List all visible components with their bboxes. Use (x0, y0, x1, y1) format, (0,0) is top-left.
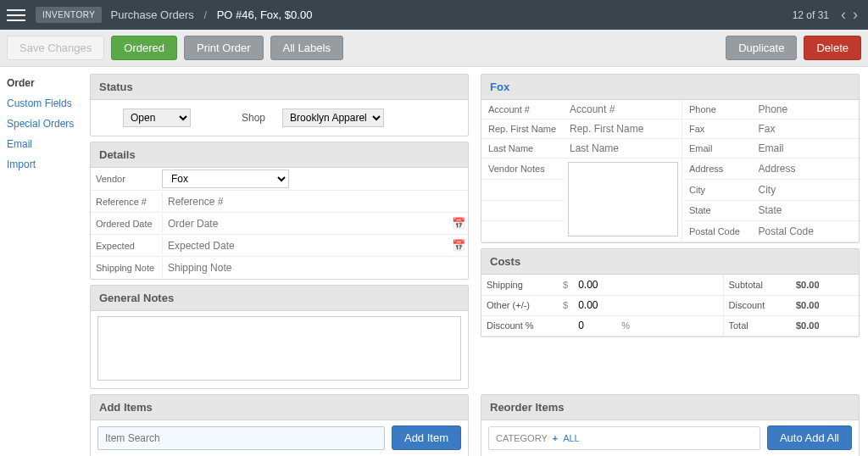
discountpct-input[interactable] (578, 320, 612, 331)
city-input[interactable] (754, 181, 860, 199)
discountpct-label: Discount % (481, 315, 558, 336)
status-heading: Status (91, 75, 468, 100)
ordered-date-label: Ordered Date (91, 215, 162, 232)
subtotal-value: $0.00 (791, 275, 859, 295)
shop-select[interactable]: Brooklyn Apparel (282, 108, 384, 127)
details-panel: Details Vendor Fox Reference # (90, 142, 469, 280)
postal-input[interactable] (754, 222, 860, 241)
lastname-input[interactable] (565, 139, 682, 158)
costs-heading: Costs (481, 249, 859, 275)
account-input[interactable] (565, 100, 682, 119)
pager-next-icon[interactable]: › (849, 6, 861, 24)
pager-text: 12 of 31 (793, 9, 829, 21)
general-notes-heading: General Notes (91, 286, 468, 311)
all-labels-button[interactable]: All Labels (270, 36, 343, 60)
shipping-note-input[interactable] (162, 259, 468, 277)
item-search-input[interactable] (97, 426, 385, 450)
vemail-label: Email (682, 139, 754, 158)
address-input[interactable] (754, 159, 860, 178)
phone-label: Phone (682, 100, 754, 120)
percent-symbol: % (621, 320, 630, 331)
status-select[interactable]: Open (123, 108, 191, 127)
plus-icon: + (553, 433, 558, 443)
vendor-select[interactable]: Fox (162, 170, 289, 188)
category-label: CATEGORY (496, 433, 548, 443)
postal-label: Postal Code (682, 221, 754, 242)
vendor-heading-link[interactable]: Fox (481, 75, 859, 100)
menu-icon[interactable] (7, 6, 25, 25)
vendor-panel: Fox Account # Phone Rep. First Name (481, 74, 860, 243)
print-order-button[interactable]: Print Order (184, 36, 264, 60)
nav-email[interactable]: Email (7, 138, 75, 150)
breadcrumb: Purchase Orders / PO #46, Fox, $0.00 (110, 8, 312, 21)
nav-special-orders[interactable]: Special Orders (7, 118, 75, 130)
vemail-input[interactable] (754, 139, 860, 158)
phone-input[interactable] (754, 100, 860, 119)
currency-symbol: $ (558, 275, 573, 295)
vendor-notes-textarea[interactable] (568, 162, 678, 236)
inventory-badge[interactable]: INVENTORY (36, 7, 102, 23)
reference-input[interactable] (162, 192, 468, 211)
reorder-items-heading: Reorder Items (481, 395, 859, 420)
reorder-items-panel: Reorder Items CATEGORY + ALL Auto Add Al… (481, 394, 860, 456)
account-label: Account # (481, 100, 565, 120)
total-label: Total (723, 315, 791, 336)
add-items-panel: Add Items Add Item Search All Catalogs (90, 394, 469, 456)
discount-value: $0.00 (791, 295, 859, 315)
delete-button[interactable]: Delete (804, 36, 861, 60)
fax-label: Fax (682, 120, 754, 139)
discount-label: Discount (723, 295, 791, 315)
vendornotes-label: Vendor Notes (481, 158, 565, 180)
address-label: Address (682, 158, 754, 180)
state-input[interactable] (754, 201, 860, 220)
repfirst-input[interactable] (565, 120, 682, 138)
costs-panel: Costs Shipping $ Subtotal $0.00 Ot (481, 248, 860, 337)
vendor-label: Vendor (91, 170, 162, 187)
other-input[interactable] (578, 299, 646, 311)
ordered-button[interactable]: Ordered (111, 36, 177, 60)
breadcrumb-sep: / (203, 8, 207, 21)
general-notes-panel: General Notes (90, 285, 469, 389)
ordered-date-input[interactable] (162, 214, 449, 233)
subtotal-label: Subtotal (723, 275, 791, 295)
city-label: City (682, 179, 754, 200)
category-filter[interactable]: CATEGORY + ALL (488, 426, 760, 450)
breadcrumb-current: PO #46, Fox, $0.00 (217, 8, 313, 21)
order-tab-heading: Order (7, 77, 75, 89)
save-button: Save Changes (7, 36, 104, 60)
calendar-icon[interactable]: 📅 (449, 239, 468, 252)
details-heading: Details (91, 142, 468, 168)
expected-date-input[interactable] (162, 236, 449, 255)
auto-add-all-button[interactable]: Auto Add All (767, 425, 852, 450)
expected-label: Expected (91, 237, 162, 254)
repfirst-label: Rep. First Name (481, 120, 565, 139)
status-panel: Status Open Shop Brooklyn Apparel (90, 74, 469, 136)
add-item-button[interactable]: Add Item (392, 425, 461, 450)
duplicate-button[interactable]: Duplicate (726, 36, 797, 60)
shop-label: Shop (242, 112, 265, 124)
state-label: State (682, 200, 754, 221)
total-value: $0.00 (791, 315, 859, 336)
breadcrumb-purchase-orders[interactable]: Purchase Orders (110, 8, 193, 21)
reference-label: Reference # (91, 193, 162, 210)
nav-custom-fields[interactable]: Custom Fields (7, 97, 75, 109)
general-notes-textarea[interactable] (97, 316, 461, 381)
nav-import[interactable]: Import (7, 158, 75, 170)
shipping-note-label: Shipping Note (91, 259, 162, 276)
category-all: ALL (563, 433, 580, 443)
other-label: Other (+/-) (481, 295, 558, 315)
fax-input[interactable] (754, 120, 860, 138)
currency-symbol: $ (558, 295, 573, 315)
calendar-icon[interactable]: 📅 (449, 217, 468, 230)
shipping-input[interactable] (578, 279, 646, 291)
lastname-label: Last Name (481, 139, 565, 158)
add-items-heading: Add Items (91, 395, 468, 420)
pager-prev-icon[interactable]: ‹ (837, 6, 849, 24)
shipping-label: Shipping (481, 275, 558, 295)
